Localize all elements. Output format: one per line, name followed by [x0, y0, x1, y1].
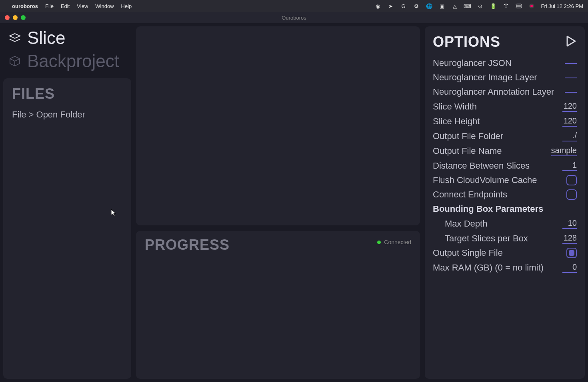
nav-slice-label: Slice: [27, 28, 65, 48]
nav-backproject[interactable]: Backproject: [3, 50, 131, 73]
svg-rect-1: [516, 4, 522, 6]
connection-status-label: Connected: [384, 239, 411, 245]
option-row: Output Single File: [433, 246, 577, 260]
option-label: Max RAM (GB) (0 = no limit): [433, 263, 544, 273]
nav-slice[interactable]: Slice: [3, 26, 131, 50]
options-title: OPTIONS: [433, 34, 500, 50]
traffic-lights: [5, 15, 26, 20]
nav-backproject-label: Backproject: [27, 51, 119, 71]
siri-icon[interactable]: [528, 3, 535, 9]
menubar: ouroboros File Edit View Window Help ◉ ➤…: [0, 0, 588, 12]
option-label: Distance Between Slices: [433, 161, 530, 171]
option-input[interactable]: sample: [551, 145, 577, 156]
progress-title: PROGRESS: [145, 237, 411, 253]
window-maximize-button[interactable]: [21, 15, 26, 20]
option-row: Output File Namesample: [433, 143, 577, 158]
run-button[interactable]: [565, 35, 577, 49]
content: Slice Backproject FILES File > Open Fold…: [0, 23, 588, 382]
menubar-right: ◉ ➤ G ⚙ 🌐 ▣ △ ⌨ ⊙ 🔋 Fri Jul 12 2:26 PM: [375, 3, 584, 9]
keyboard-icon[interactable]: ⌨: [464, 3, 471, 9]
option-input[interactable]: 120: [562, 116, 577, 127]
wifi-icon[interactable]: [503, 3, 509, 9]
option-label: Output Single File: [433, 248, 503, 258]
battery-icon[interactable]: 🔋: [490, 3, 496, 9]
files-hint: File > Open Folder: [12, 109, 122, 120]
option-row: Neuroglancer Image Layer: [433, 70, 577, 85]
option-label: Connect Endpoints: [433, 189, 507, 200]
app-icon[interactable]: ▣: [439, 3, 445, 9]
option-label: Flush CloudVolume Cache: [433, 175, 537, 185]
preview-panel: [136, 26, 420, 225]
files-panel: FILES File > Open Folder: [3, 78, 131, 379]
option-input[interactable]: 120: [562, 101, 577, 112]
option-label: Slice Height: [433, 116, 480, 127]
option-checkbox[interactable]: [566, 248, 577, 258]
option-label: Output File Name: [433, 146, 502, 156]
option-input[interactable]: [565, 91, 577, 93]
option-row: Max RAM (GB) (0 = no limit)0: [433, 260, 577, 275]
files-title: FILES: [12, 86, 122, 102]
triangle-icon[interactable]: △: [452, 3, 458, 9]
layers-icon: [8, 31, 22, 45]
option-input[interactable]: [565, 77, 577, 78]
option-row: Slice Height120: [433, 114, 577, 129]
window-close-button[interactable]: [5, 15, 10, 20]
option-row: Bounding Box Parameters: [433, 202, 577, 216]
option-row: Neuroglancer Annotation Layer: [433, 85, 577, 99]
tools-icon[interactable]: ⚙: [413, 3, 420, 9]
menu-help[interactable]: Help: [121, 3, 132, 9]
options-panel: OPTIONS Neuroglancer JSONNeuroglancer Im…: [425, 26, 585, 379]
connection-status: Connected: [377, 239, 411, 245]
option-row: Neuroglancer JSON: [433, 56, 577, 70]
titlebar: Ouroboros: [0, 12, 588, 23]
option-label: Output File Folder: [433, 131, 503, 141]
option-checkbox[interactable]: [566, 175, 577, 185]
option-row: Slice Width120: [433, 99, 577, 114]
menu-window[interactable]: Window: [95, 3, 114, 9]
menubar-left: ouroboros File Edit View Window Help: [5, 3, 132, 9]
option-row: Max Depth10: [433, 216, 577, 231]
globe-icon[interactable]: 🌐: [426, 3, 432, 9]
option-row: Distance Between Slices1: [433, 158, 577, 173]
options-header: OPTIONS: [433, 34, 577, 50]
option-label: Neuroglancer Image Layer: [433, 72, 537, 83]
play-status-icon[interactable]: ⊙: [477, 3, 484, 9]
option-row: Output File Folder./: [433, 129, 577, 143]
option-input[interactable]: 128: [562, 233, 577, 244]
option-row: Connect Endpoints: [433, 187, 577, 202]
option-label: Bounding Box Parameters: [433, 204, 543, 214]
menu-edit[interactable]: Edit: [61, 3, 70, 9]
svg-point-0: [505, 7, 506, 8]
window-minimize-button[interactable]: [13, 15, 18, 20]
main-column: PROGRESS Connected: [136, 26, 420, 379]
sidebar: Slice Backproject FILES File > Open Fold…: [3, 26, 131, 379]
svg-point-4: [530, 5, 533, 7]
option-input[interactable]: 1: [562, 160, 577, 171]
record-icon[interactable]: ◉: [375, 3, 381, 9]
option-label: Neuroglancer Annotation Layer: [433, 87, 554, 97]
option-checkbox[interactable]: [566, 189, 577, 200]
status-dot-icon: [377, 241, 381, 244]
option-label: Target Slices per Box: [445, 233, 528, 244]
option-input[interactable]: 0: [562, 262, 577, 273]
date-time[interactable]: Fri Jul 12 2:26 PM: [541, 3, 584, 9]
option-input[interactable]: 10: [562, 218, 577, 229]
box-icon: [8, 54, 22, 68]
option-row: Target Slices per Box128: [433, 231, 577, 246]
option-label: Max Depth: [445, 219, 487, 229]
location-icon[interactable]: ➤: [388, 3, 394, 9]
window-title: Ouroboros: [282, 15, 306, 21]
options-rows: Neuroglancer JSONNeuroglancer Image Laye…: [433, 56, 577, 275]
app-name-menu[interactable]: ouroboros: [12, 3, 38, 9]
progress-panel: PROGRESS Connected: [136, 231, 420, 379]
menu-view[interactable]: View: [77, 3, 88, 9]
menu-file[interactable]: File: [45, 3, 54, 9]
option-input[interactable]: ./: [562, 131, 577, 141]
option-label: Slice Width: [433, 101, 477, 112]
grammarly-icon[interactable]: G: [400, 3, 407, 9]
option-label: Neuroglancer JSON: [433, 58, 512, 68]
svg-rect-2: [516, 6, 522, 8]
control-center-icon[interactable]: [516, 3, 522, 9]
option-input[interactable]: [565, 62, 577, 64]
option-row: Flush CloudVolume Cache: [433, 173, 577, 187]
